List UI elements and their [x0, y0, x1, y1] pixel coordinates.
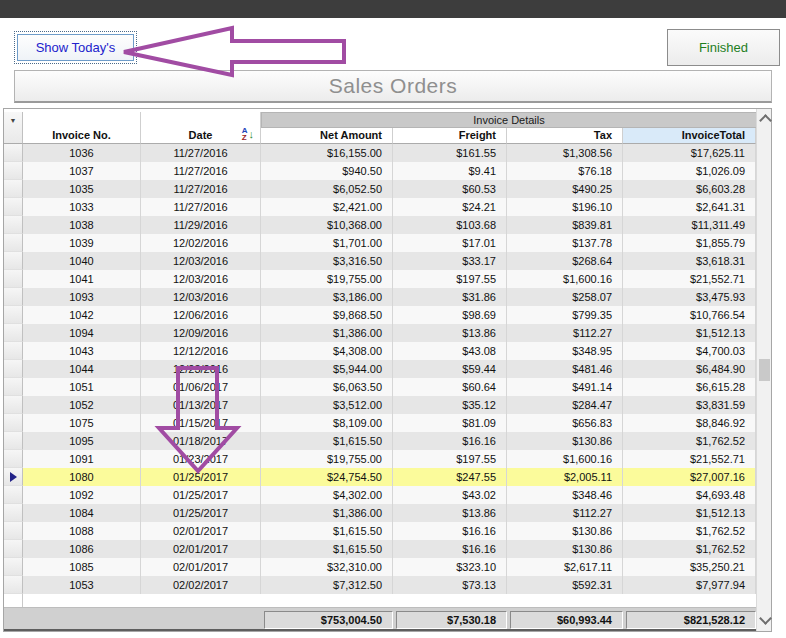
cell-freight[interactable]: $43.08 — [393, 342, 507, 360]
cell-freight[interactable]: $247.55 — [393, 468, 507, 486]
row-indicator[interactable] — [4, 198, 23, 216]
cell-date[interactable]: 01/25/2017 — [141, 504, 261, 522]
cell-net-amount[interactable]: $2,421.00 — [261, 198, 393, 216]
cell-invoice-no[interactable]: 1038 — [23, 216, 141, 234]
cell-net-amount[interactable]: $4,308.00 — [261, 342, 393, 360]
cell-date[interactable]: 01/13/2017 — [141, 396, 261, 414]
cell-invoice-total[interactable]: $17,625.11 — [623, 144, 756, 162]
cell-tax[interactable]: $76.18 — [507, 162, 623, 180]
cell-tax[interactable]: $348.95 — [507, 342, 623, 360]
row-indicator[interactable] — [4, 234, 23, 252]
cell-net-amount[interactable]: $3,316.50 — [261, 252, 393, 270]
column-header-net-amount[interactable]: Net Amount — [261, 128, 393, 144]
cell-invoice-total[interactable]: $1,026.09 — [623, 162, 756, 180]
cell-invoice-total[interactable]: $35,250.21 — [623, 558, 756, 576]
cell-invoice-total[interactable]: $21,552.71 — [623, 450, 756, 468]
cell-invoice-total[interactable]: $1,512.13 — [623, 324, 756, 342]
cell-date[interactable]: 01/23/2017 — [141, 450, 261, 468]
cell-date[interactable]: 01/06/2017 — [141, 378, 261, 396]
cell-freight[interactable]: $59.44 — [393, 360, 507, 378]
cell-date[interactable]: 11/27/2016 — [141, 144, 261, 162]
cell-net-amount[interactable]: $1,701.00 — [261, 234, 393, 252]
cell-invoice-total[interactable]: $11,311.49 — [623, 216, 756, 234]
cell-freight[interactable]: $13.86 — [393, 324, 507, 342]
cell-tax[interactable]: $592.31 — [507, 576, 623, 594]
cell-invoice-total[interactable]: $1,762.52 — [623, 522, 756, 540]
cell-net-amount[interactable]: $9,868.50 — [261, 306, 393, 324]
cell-tax[interactable]: $2,005.11 — [507, 468, 623, 486]
cell-date[interactable]: 12/02/2016 — [141, 234, 261, 252]
row-indicator[interactable] — [4, 576, 23, 594]
cell-net-amount[interactable]: $1,386.00 — [261, 504, 393, 522]
cell-tax[interactable]: $2,617.11 — [507, 558, 623, 576]
cell-freight[interactable]: $17.01 — [393, 234, 507, 252]
column-header-date[interactable]: Date AZ ↓ — [141, 112, 261, 144]
cell-invoice-no[interactable]: 1037 — [23, 162, 141, 180]
row-indicator[interactable] — [4, 180, 23, 198]
row-indicator[interactable] — [4, 540, 23, 558]
cell-invoice-total[interactable]: $1,855.79 — [623, 234, 756, 252]
cell-tax[interactable]: $490.25 — [507, 180, 623, 198]
cell-invoice-no[interactable]: 1043 — [23, 342, 141, 360]
cell-net-amount[interactable]: $3,186.00 — [261, 288, 393, 306]
table-row[interactable]: 104212/06/2016$9,868.50$98.69$799.35$10,… — [4, 306, 756, 324]
cell-invoice-no[interactable]: 1039 — [23, 234, 141, 252]
cell-freight[interactable]: $13.86 — [393, 504, 507, 522]
cell-net-amount[interactable]: $5,944.00 — [261, 360, 393, 378]
table-row[interactable]: 109501/18/2017$1,615.50$16.16$130.86$1,7… — [4, 432, 756, 450]
cell-freight[interactable]: $16.16 — [393, 432, 507, 450]
cell-freight[interactable]: $161.55 — [393, 144, 507, 162]
cell-date[interactable]: 12/06/2016 — [141, 306, 261, 324]
cell-invoice-total[interactable]: $7,977.94 — [623, 576, 756, 594]
row-indicator[interactable] — [4, 486, 23, 504]
cell-date[interactable]: 12/09/2016 — [141, 324, 261, 342]
cell-invoice-no[interactable]: 1093 — [23, 288, 141, 306]
table-row[interactable]: 108401/25/2017$1,386.00$13.86$112.27$1,5… — [4, 504, 756, 522]
row-indicator[interactable] — [4, 522, 23, 540]
column-header-tax[interactable]: Tax — [507, 128, 623, 144]
cell-invoice-total[interactable]: $2,641.31 — [623, 198, 756, 216]
cell-freight[interactable]: $103.68 — [393, 216, 507, 234]
cell-tax[interactable]: $268.64 — [507, 252, 623, 270]
cell-invoice-no[interactable]: 1041 — [23, 270, 141, 288]
scroll-up-icon[interactable] — [759, 114, 772, 127]
cell-tax[interactable]: $196.10 — [507, 198, 623, 216]
cell-freight[interactable]: $35.12 — [393, 396, 507, 414]
cell-invoice-no[interactable]: 1036 — [23, 144, 141, 162]
cell-date[interactable]: 11/27/2016 — [141, 198, 261, 216]
cell-date[interactable]: 02/01/2017 — [141, 522, 261, 540]
cell-freight[interactable]: $60.53 — [393, 180, 507, 198]
cell-net-amount[interactable]: $19,755.00 — [261, 270, 393, 288]
row-indicator[interactable] — [4, 360, 23, 378]
cell-freight[interactable]: $24.21 — [393, 198, 507, 216]
cell-freight[interactable]: $197.55 — [393, 450, 507, 468]
table-row[interactable]: 103711/27/2016$940.50$9.41$76.18$1,026.0… — [4, 162, 756, 180]
table-row[interactable]: 103611/27/2016$16,155.00$161.55$1,308.56… — [4, 144, 756, 162]
row-indicator[interactable] — [4, 378, 23, 396]
cell-tax[interactable]: $137.78 — [507, 234, 623, 252]
row-indicator-header[interactable]: ▼ — [4, 112, 23, 144]
table-row[interactable]: 103311/27/2016$2,421.00$24.21$196.10$2,6… — [4, 198, 756, 216]
cell-invoice-total[interactable]: $27,007.16 — [623, 468, 756, 486]
table-row[interactable]: 104312/12/2016$4,308.00$43.08$348.95$4,7… — [4, 342, 756, 360]
row-indicator[interactable] — [4, 270, 23, 288]
table-row[interactable]: 107501/15/2017$8,109.00$81.09$656.83$8,8… — [4, 414, 756, 432]
row-indicator[interactable] — [4, 324, 23, 342]
row-indicator[interactable] — [4, 432, 23, 450]
cell-invoice-no[interactable]: 1092 — [23, 486, 141, 504]
cell-date[interactable]: 12/03/2016 — [141, 288, 261, 306]
cell-tax[interactable]: $1,600.16 — [507, 450, 623, 468]
row-indicator[interactable] — [4, 252, 23, 270]
cell-date[interactable]: 01/25/2017 — [141, 468, 261, 486]
cell-date[interactable]: 01/25/2017 — [141, 486, 261, 504]
table-row[interactable]: 108001/25/2017$24,754.50$247.55$2,005.11… — [4, 468, 756, 486]
cell-tax[interactable]: $481.46 — [507, 360, 623, 378]
table-row[interactable]: 109101/23/2017$19,755.00$197.55$1,600.16… — [4, 450, 756, 468]
cell-freight[interactable]: $16.16 — [393, 540, 507, 558]
table-row[interactable]: 104412/23/2016$5,944.00$59.44$481.46$6,4… — [4, 360, 756, 378]
cell-date[interactable]: 12/23/2016 — [141, 360, 261, 378]
cell-tax[interactable]: $1,600.16 — [507, 270, 623, 288]
show-todays-button[interactable]: Show Today's — [14, 31, 137, 64]
cell-invoice-total[interactable]: $1,762.52 — [623, 540, 756, 558]
cell-tax[interactable]: $348.46 — [507, 486, 623, 504]
